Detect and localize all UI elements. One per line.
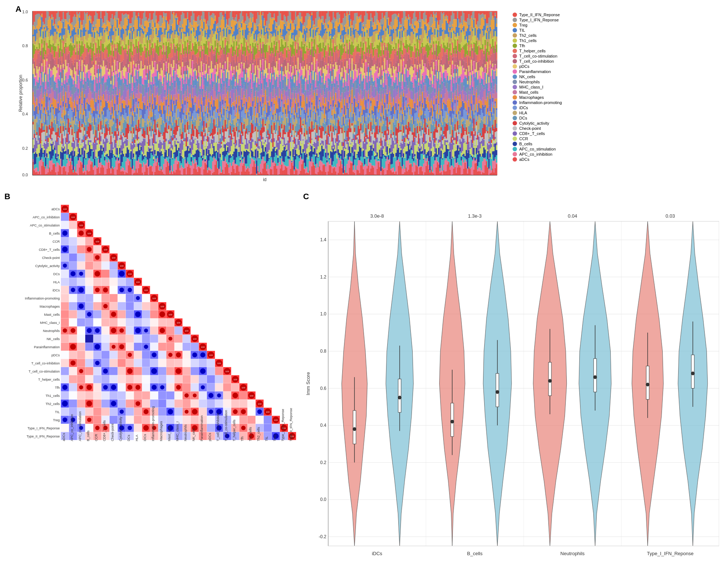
svg-rect-10203 — [473, 110, 475, 114]
svg-rect-5558 — [272, 149, 274, 149]
svg-rect-8452 — [397, 15, 398, 20]
svg-rect-4626 — [232, 166, 233, 175]
svg-rect-2553 — [142, 86, 143, 94]
svg-rect-1474 — [95, 118, 97, 122]
svg-rect-10959 — [158, 335, 166, 343]
svg-rect-1052 — [76, 41, 78, 44]
svg-rect-5586 — [274, 147, 275, 157]
svg-rect-6021 — [292, 149, 294, 157]
svg-rect-1328 — [89, 123, 90, 123]
svg-rect-4674 — [233, 60, 235, 67]
svg-rect-7092 — [339, 160, 340, 166]
svg-rect-7895 — [373, 56, 374, 57]
svg-rect-2957 — [159, 95, 161, 104]
svg-rect-4283 — [217, 144, 219, 151]
svg-rect-9466 — [441, 27, 442, 27]
svg-rect-7059 — [336, 20, 338, 29]
svg-rect-7278 — [346, 95, 348, 99]
svg-rect-3022 — [162, 58, 163, 70]
svg-rect-3631 — [188, 60, 190, 62]
svg-rect-10754 — [61, 221, 69, 229]
svg-rect-120 — [36, 66, 38, 73]
svg-rect-8063 — [380, 89, 382, 101]
svg-rect-5237 — [259, 159, 260, 172]
svg-rect-9484 — [442, 84, 443, 89]
svg-rect-6607 — [318, 124, 319, 125]
svg-rect-7500 — [357, 154, 358, 155]
svg-rect-1352 — [90, 149, 92, 156]
svg-rect-4816 — [240, 86, 241, 88]
svg-rect-7071 — [338, 116, 339, 118]
svg-rect-10317 — [478, 132, 480, 133]
svg-rect-3710 — [192, 97, 193, 98]
svg-rect-6287 — [304, 128, 305, 133]
svg-text:100: 100 — [87, 232, 91, 235]
svg-rect-1761 — [108, 131, 109, 141]
svg-rect-10682 — [493, 36, 495, 37]
svg-rect-10629 — [492, 168, 493, 175]
svg-rect-10676 — [493, 70, 495, 71]
svg-rect-7184 — [343, 146, 344, 146]
svg-rect-1358 — [90, 115, 92, 123]
svg-rect-9155 — [428, 143, 430, 147]
svg-rect-8387 — [394, 54, 396, 69]
svg-rect-2454 — [138, 143, 139, 157]
svg-rect-3546 — [184, 41, 186, 51]
svg-rect-9659 — [450, 80, 451, 84]
svg-rect-10462 — [485, 125, 486, 133]
svg-rect-4535 — [227, 27, 229, 28]
svg-rect-5369 — [264, 70, 265, 76]
svg-rect-9642 — [448, 11, 450, 24]
svg-rect-1559 — [99, 132, 100, 144]
svg-rect-7999 — [378, 128, 379, 129]
svg-rect-1081 — [78, 51, 79, 55]
svg-rect-2051 — [120, 140, 122, 145]
svg-rect-1446 — [94, 125, 96, 125]
svg-rect-6166 — [299, 155, 300, 158]
svg-rect-7905 — [374, 159, 375, 166]
svg-rect-6258 — [302, 121, 304, 124]
svg-rect-5155 — [255, 127, 256, 131]
svg-rect-6941 — [331, 39, 333, 43]
svg-rect-2979 — [160, 134, 162, 142]
svg-rect-1224 — [84, 59, 86, 60]
svg-rect-7657 — [363, 83, 364, 89]
svg-rect-6686 — [321, 162, 323, 171]
svg-rect-2291 — [131, 89, 132, 93]
svg-rect-464 — [51, 88, 53, 88]
svg-rect-5819 — [284, 145, 285, 147]
svg-rect-9714 — [452, 93, 453, 98]
svg-rect-5261 — [259, 24, 260, 31]
svg-rect-5595 — [274, 98, 275, 104]
svg-rect-3260 — [172, 24, 173, 30]
svg-rect-4318 — [218, 116, 220, 128]
svg-rect-6153 — [298, 58, 299, 58]
svg-rect-1254 — [85, 48, 87, 56]
svg-rect-247 — [42, 162, 44, 175]
svg-rect-200 — [40, 110, 41, 118]
svg-rect-1551 — [98, 11, 99, 19]
svg-rect-1635 — [101, 27, 103, 36]
svg-rect-2898 — [157, 95, 158, 104]
svg-rect-70 — [34, 27, 35, 29]
svg-rect-1753 — [107, 13, 108, 20]
svg-rect-1724 — [105, 11, 107, 25]
svg-rect-1029 — [75, 11, 77, 17]
svg-rect-2410 — [135, 67, 137, 70]
svg-rect-7587 — [360, 148, 362, 156]
svg-rect-38 — [32, 43, 34, 44]
svg-rect-403 — [49, 97, 50, 100]
svg-rect-6384 — [308, 70, 309, 80]
svg-rect-8155 — [384, 45, 386, 58]
svg-rect-6584 — [316, 75, 318, 86]
svg-rect-9211 — [431, 151, 432, 156]
svg-rect-5956 — [289, 29, 290, 31]
svg-rect-2736 — [149, 35, 151, 38]
svg-rect-7240 — [345, 149, 347, 158]
svg-rect-1207 — [84, 151, 86, 158]
svg-rect-7535 — [358, 118, 359, 121]
svg-rect-1788 — [109, 144, 111, 150]
svg-rect-5383 — [265, 147, 266, 151]
svg-rect-3268 — [173, 135, 174, 139]
svg-rect-3020 — [162, 70, 163, 84]
